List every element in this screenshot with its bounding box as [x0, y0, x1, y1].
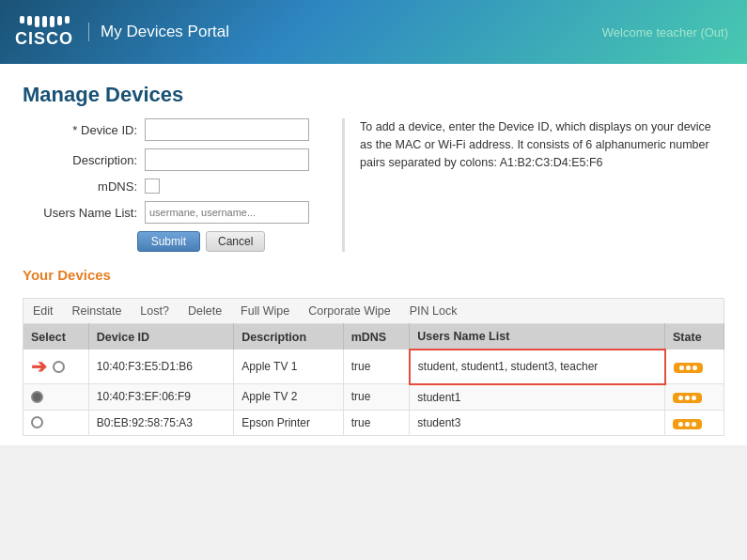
- action-reinstate[interactable]: Reinstate: [72, 304, 122, 318]
- mdns-row: mDNS:: [23, 179, 323, 194]
- state-dot-3: [693, 366, 697, 370]
- table-row: B0:EB:92:58:75:A3 Epson Printer true stu…: [23, 410, 724, 435]
- users-name-row: Users Name List:: [23, 201, 323, 224]
- state-dot-1: [678, 396, 683, 400]
- device-id-input[interactable]: [145, 118, 309, 141]
- portal-title: My Devices Portal: [88, 23, 229, 41]
- state-badge: [674, 363, 703, 373]
- device-id-label: * Device ID:: [23, 123, 145, 137]
- state-dot-1: [678, 422, 683, 427]
- dot7: [65, 16, 70, 23]
- device-description: To add a device, enter the Device ID, wh…: [342, 118, 724, 252]
- action-full-wipe[interactable]: Full Wipe: [241, 304, 289, 318]
- description-cell: Apple TV 2: [234, 384, 343, 411]
- mdns-cell: true: [343, 410, 410, 435]
- page-title: Manage Devices: [23, 83, 724, 107]
- select-cell: [23, 410, 89, 435]
- action-edit[interactable]: Edit: [33, 304, 54, 318]
- radio-cell: [31, 391, 81, 403]
- state-dot-2: [686, 366, 691, 370]
- description-cell: Apple TV 1: [234, 350, 343, 384]
- action-lost[interactable]: Lost?: [140, 304, 169, 318]
- users-cell: student, student1, student3, teacher: [410, 350, 665, 384]
- col-device-id: Device ID: [88, 324, 233, 350]
- radio-button[interactable]: [53, 361, 65, 373]
- form-buttons: Submit Cancel: [23, 231, 323, 252]
- header: CISCO My Devices Portal Welcome teacher …: [0, 0, 747, 64]
- users-cell: student3: [410, 410, 665, 435]
- users-cell: student1: [410, 384, 665, 411]
- col-select: Select: [23, 324, 89, 350]
- devices-section: Edit Reinstate Lost? Delete Full Wipe Co…: [0, 298, 747, 445]
- device-form: * Device ID: Description: mDNS: Users Na…: [23, 118, 323, 252]
- devices-table: Select Device ID Description mDNS Users …: [23, 323, 724, 436]
- description-input[interactable]: [145, 148, 309, 171]
- mdns-label: mDNS:: [23, 179, 145, 194]
- dot4: [42, 16, 47, 27]
- submit-button[interactable]: Submit: [137, 231, 200, 252]
- radio-button[interactable]: [31, 416, 43, 428]
- state-badge: [673, 419, 702, 429]
- state-badge: [673, 393, 702, 403]
- table-header-row: Select Device ID Description mDNS Users …: [23, 324, 724, 350]
- table-row: ➔ 10:40:F3:E5:D1:B6 Apple TV 1 true stud…: [23, 350, 724, 384]
- table-row: 10:40:F3:EF:06:F9 Apple TV 2 true studen…: [23, 384, 724, 411]
- cisco-dots: [20, 16, 70, 27]
- device-id-cell: B0:EB:92:58:75:A3: [88, 410, 233, 435]
- description-row: Description:: [23, 148, 323, 171]
- col-users-name-list: Users Name List: [410, 324, 665, 350]
- welcome-message: Welcome teacher (Out): [602, 25, 728, 39]
- your-devices-title: Your Devices: [23, 267, 724, 283]
- action-pin-lock[interactable]: PIN Lock: [410, 304, 458, 318]
- select-cell: ➔: [23, 350, 89, 384]
- cisco-logo: CISCO: [15, 16, 73, 49]
- col-state: State: [665, 324, 724, 350]
- users-name-input[interactable]: [145, 201, 309, 224]
- state-cell: [665, 384, 724, 411]
- device-id-cell: 10:40:F3:E5:D1:B6: [88, 350, 233, 384]
- mdns-cell: true: [343, 384, 410, 411]
- action-corporate-wipe[interactable]: Corporate Wipe: [308, 304, 391, 318]
- cancel-button[interactable]: Cancel: [206, 231, 265, 252]
- dot3: [35, 16, 39, 27]
- col-description: Description: [234, 324, 343, 350]
- description-cell: Epson Printer: [234, 410, 343, 435]
- dot5: [50, 16, 54, 27]
- state-cell: [665, 410, 724, 435]
- select-cell: [23, 384, 89, 411]
- state-dot-1: [679, 366, 684, 370]
- state-dot-2: [685, 422, 690, 427]
- device-id-row: * Device ID:: [23, 118, 323, 141]
- red-arrow-icon: ➔: [31, 355, 47, 378]
- dot6: [57, 16, 62, 25]
- dot1: [20, 16, 24, 23]
- description-label: Description:: [23, 153, 145, 167]
- users-name-label: Users Name List:: [23, 206, 145, 220]
- mdns-checkbox[interactable]: [145, 179, 160, 194]
- main-content: Manage Devices * Device ID: Description:…: [0, 64, 747, 298]
- action-delete[interactable]: Delete: [188, 304, 222, 318]
- radio-cell: [31, 416, 81, 428]
- action-bar: Edit Reinstate Lost? Delete Full Wipe Co…: [23, 298, 724, 323]
- arrow-cell: ➔: [31, 355, 81, 378]
- logout-link[interactable]: (Out): [700, 25, 728, 39]
- dot2: [27, 16, 32, 25]
- cisco-label: CISCO: [15, 29, 73, 49]
- device-id-cell: 10:40:F3:EF:06:F9: [88, 384, 233, 411]
- state-dot-3: [692, 422, 696, 427]
- state-cell: [665, 350, 724, 384]
- state-dot-2: [685, 396, 690, 400]
- state-dot-3: [692, 396, 696, 400]
- top-section: * Device ID: Description: mDNS: Users Na…: [23, 118, 724, 252]
- mdns-cell: true: [343, 350, 410, 384]
- col-mdns: mDNS: [343, 324, 410, 350]
- radio-button[interactable]: [31, 391, 43, 403]
- welcome-text: Welcome teacher: [602, 25, 697, 39]
